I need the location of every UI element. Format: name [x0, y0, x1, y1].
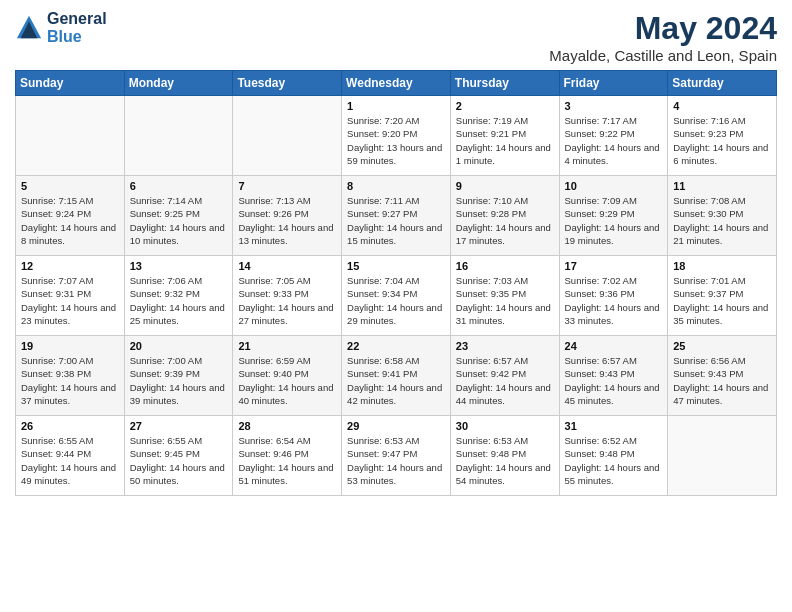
header-row: SundayMondayTuesdayWednesdayThursdayFrid…: [16, 71, 777, 96]
day-number: 2: [456, 100, 554, 112]
day-header-saturday: Saturday: [668, 71, 777, 96]
day-number: 22: [347, 340, 445, 352]
day-number: 7: [238, 180, 336, 192]
day-number: 17: [565, 260, 663, 272]
day-number: 1: [347, 100, 445, 112]
day-number: 8: [347, 180, 445, 192]
calendar-cell: 9Sunrise: 7:10 AMSunset: 9:28 PMDaylight…: [450, 176, 559, 256]
day-info: Sunrise: 6:58 AMSunset: 9:41 PMDaylight:…: [347, 354, 445, 407]
calendar-cell: 11Sunrise: 7:08 AMSunset: 9:30 PMDayligh…: [668, 176, 777, 256]
week-row-4: 26Sunrise: 6:55 AMSunset: 9:44 PMDayligh…: [16, 416, 777, 496]
day-header-tuesday: Tuesday: [233, 71, 342, 96]
calendar-cell: 16Sunrise: 7:03 AMSunset: 9:35 PMDayligh…: [450, 256, 559, 336]
calendar-cell: 10Sunrise: 7:09 AMSunset: 9:29 PMDayligh…: [559, 176, 668, 256]
day-info: Sunrise: 7:03 AMSunset: 9:35 PMDaylight:…: [456, 274, 554, 327]
calendar-cell: 12Sunrise: 7:07 AMSunset: 9:31 PMDayligh…: [16, 256, 125, 336]
calendar-cell: 7Sunrise: 7:13 AMSunset: 9:26 PMDaylight…: [233, 176, 342, 256]
day-number: 4: [673, 100, 771, 112]
logo-icon: [15, 14, 43, 42]
header: General Blue May 2024 Mayalde, Castille …: [15, 10, 777, 64]
day-number: 3: [565, 100, 663, 112]
day-info: Sunrise: 7:14 AMSunset: 9:25 PMDaylight:…: [130, 194, 228, 247]
day-info: Sunrise: 7:06 AMSunset: 9:32 PMDaylight:…: [130, 274, 228, 327]
day-number: 6: [130, 180, 228, 192]
day-info: Sunrise: 7:17 AMSunset: 9:22 PMDaylight:…: [565, 114, 663, 167]
day-number: 31: [565, 420, 663, 432]
calendar-cell: 31Sunrise: 6:52 AMSunset: 9:48 PMDayligh…: [559, 416, 668, 496]
calendar-cell: 27Sunrise: 6:55 AMSunset: 9:45 PMDayligh…: [124, 416, 233, 496]
week-row-1: 5Sunrise: 7:15 AMSunset: 9:24 PMDaylight…: [16, 176, 777, 256]
day-info: Sunrise: 7:05 AMSunset: 9:33 PMDaylight:…: [238, 274, 336, 327]
day-info: Sunrise: 7:08 AMSunset: 9:30 PMDaylight:…: [673, 194, 771, 247]
calendar-cell: 21Sunrise: 6:59 AMSunset: 9:40 PMDayligh…: [233, 336, 342, 416]
calendar-header: SundayMondayTuesdayWednesdayThursdayFrid…: [16, 71, 777, 96]
day-info: Sunrise: 6:57 AMSunset: 9:43 PMDaylight:…: [565, 354, 663, 407]
day-number: 24: [565, 340, 663, 352]
day-number: 11: [673, 180, 771, 192]
day-number: 18: [673, 260, 771, 272]
calendar-cell: 8Sunrise: 7:11 AMSunset: 9:27 PMDaylight…: [342, 176, 451, 256]
calendar-cell: 23Sunrise: 6:57 AMSunset: 9:42 PMDayligh…: [450, 336, 559, 416]
day-number: 30: [456, 420, 554, 432]
calendar-cell: 1Sunrise: 7:20 AMSunset: 9:20 PMDaylight…: [342, 96, 451, 176]
day-number: 28: [238, 420, 336, 432]
day-header-thursday: Thursday: [450, 71, 559, 96]
day-info: Sunrise: 7:10 AMSunset: 9:28 PMDaylight:…: [456, 194, 554, 247]
calendar-cell: 2Sunrise: 7:19 AMSunset: 9:21 PMDaylight…: [450, 96, 559, 176]
logo-text: General Blue: [47, 10, 107, 45]
day-info: Sunrise: 7:13 AMSunset: 9:26 PMDaylight:…: [238, 194, 336, 247]
calendar-cell: 13Sunrise: 7:06 AMSunset: 9:32 PMDayligh…: [124, 256, 233, 336]
calendar-cell: [124, 96, 233, 176]
calendar-cell: [233, 96, 342, 176]
calendar-cell: 28Sunrise: 6:54 AMSunset: 9:46 PMDayligh…: [233, 416, 342, 496]
day-info: Sunrise: 7:00 AMSunset: 9:38 PMDaylight:…: [21, 354, 119, 407]
day-info: Sunrise: 7:09 AMSunset: 9:29 PMDaylight:…: [565, 194, 663, 247]
day-info: Sunrise: 6:56 AMSunset: 9:43 PMDaylight:…: [673, 354, 771, 407]
day-number: 21: [238, 340, 336, 352]
calendar-body: 1Sunrise: 7:20 AMSunset: 9:20 PMDaylight…: [16, 96, 777, 496]
day-number: 10: [565, 180, 663, 192]
calendar-cell: 6Sunrise: 7:14 AMSunset: 9:25 PMDaylight…: [124, 176, 233, 256]
calendar-cell: 20Sunrise: 7:00 AMSunset: 9:39 PMDayligh…: [124, 336, 233, 416]
day-info: Sunrise: 7:00 AMSunset: 9:39 PMDaylight:…: [130, 354, 228, 407]
calendar-cell: 30Sunrise: 6:53 AMSunset: 9:48 PMDayligh…: [450, 416, 559, 496]
day-number: 25: [673, 340, 771, 352]
day-number: 19: [21, 340, 119, 352]
main-title: May 2024: [549, 10, 777, 47]
day-info: Sunrise: 7:20 AMSunset: 9:20 PMDaylight:…: [347, 114, 445, 167]
week-row-0: 1Sunrise: 7:20 AMSunset: 9:20 PMDaylight…: [16, 96, 777, 176]
calendar-cell: [16, 96, 125, 176]
subtitle: Mayalde, Castille and Leon, Spain: [549, 47, 777, 64]
day-header-monday: Monday: [124, 71, 233, 96]
calendar-cell: 17Sunrise: 7:02 AMSunset: 9:36 PMDayligh…: [559, 256, 668, 336]
day-info: Sunrise: 6:55 AMSunset: 9:44 PMDaylight:…: [21, 434, 119, 487]
week-row-2: 12Sunrise: 7:07 AMSunset: 9:31 PMDayligh…: [16, 256, 777, 336]
day-info: Sunrise: 7:11 AMSunset: 9:27 PMDaylight:…: [347, 194, 445, 247]
calendar-cell: 22Sunrise: 6:58 AMSunset: 9:41 PMDayligh…: [342, 336, 451, 416]
day-info: Sunrise: 7:01 AMSunset: 9:37 PMDaylight:…: [673, 274, 771, 327]
day-number: 14: [238, 260, 336, 272]
calendar-cell: [668, 416, 777, 496]
day-info: Sunrise: 7:04 AMSunset: 9:34 PMDaylight:…: [347, 274, 445, 327]
calendar-cell: 24Sunrise: 6:57 AMSunset: 9:43 PMDayligh…: [559, 336, 668, 416]
day-number: 27: [130, 420, 228, 432]
calendar-cell: 25Sunrise: 6:56 AMSunset: 9:43 PMDayligh…: [668, 336, 777, 416]
day-header-sunday: Sunday: [16, 71, 125, 96]
day-info: Sunrise: 7:07 AMSunset: 9:31 PMDaylight:…: [21, 274, 119, 327]
day-info: Sunrise: 6:59 AMSunset: 9:40 PMDaylight:…: [238, 354, 336, 407]
day-info: Sunrise: 7:15 AMSunset: 9:24 PMDaylight:…: [21, 194, 119, 247]
day-number: 13: [130, 260, 228, 272]
day-info: Sunrise: 6:57 AMSunset: 9:42 PMDaylight:…: [456, 354, 554, 407]
day-header-friday: Friday: [559, 71, 668, 96]
calendar-cell: 15Sunrise: 7:04 AMSunset: 9:34 PMDayligh…: [342, 256, 451, 336]
calendar-cell: 14Sunrise: 7:05 AMSunset: 9:33 PMDayligh…: [233, 256, 342, 336]
calendar-cell: 4Sunrise: 7:16 AMSunset: 9:23 PMDaylight…: [668, 96, 777, 176]
day-info: Sunrise: 6:54 AMSunset: 9:46 PMDaylight:…: [238, 434, 336, 487]
day-info: Sunrise: 7:16 AMSunset: 9:23 PMDaylight:…: [673, 114, 771, 167]
day-number: 26: [21, 420, 119, 432]
day-number: 29: [347, 420, 445, 432]
day-number: 15: [347, 260, 445, 272]
day-info: Sunrise: 6:52 AMSunset: 9:48 PMDaylight:…: [565, 434, 663, 487]
calendar-cell: 5Sunrise: 7:15 AMSunset: 9:24 PMDaylight…: [16, 176, 125, 256]
day-info: Sunrise: 6:53 AMSunset: 9:47 PMDaylight:…: [347, 434, 445, 487]
